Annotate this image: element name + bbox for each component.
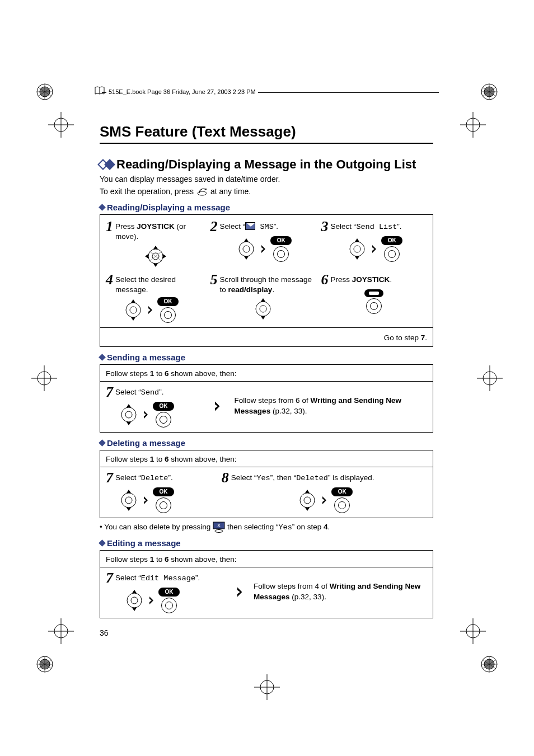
joystick-updown-icon — [235, 237, 258, 261]
svg-marker-59 — [261, 245, 265, 253]
send7-b: ”. — [159, 388, 163, 396]
book-icon — [94, 85, 105, 96]
page-number: 36 — [100, 628, 433, 637]
ok-button-icon: OK — [270, 236, 292, 262]
arrow-right-icon — [149, 597, 155, 604]
reading-steps-box: 1 Press JOYSTICK (or move). 2 Select “ S… — [100, 214, 433, 347]
svg-marker-88 — [305, 508, 310, 511]
sub-editing-text: Editing a message — [107, 538, 181, 548]
del8-c: ” is displayed. — [328, 473, 374, 482]
svg-point-80 — [121, 493, 136, 508]
step5-c: . — [272, 285, 274, 294]
svg-point-55 — [239, 242, 254, 256]
intro-2a: To exit the operation, press — [100, 187, 196, 196]
running-header: 515E_E.book Page 36 Friday, June 27, 200… — [106, 88, 258, 95]
crosshair-mr — [477, 365, 503, 391]
del7-a: Select “ — [115, 473, 141, 482]
step6-b: JOYSTICK — [352, 275, 390, 284]
svg-marker-62 — [355, 238, 359, 242]
step-1: 1 Press JOYSTICK (or move). — [106, 219, 205, 242]
svg-marker-82 — [127, 490, 131, 493]
svg-point-75 — [125, 411, 132, 418]
ok-label: OK — [270, 236, 292, 245]
page-title: SMS Feature (Text Message) — [100, 123, 433, 144]
joystick-updown-icon — [117, 489, 140, 512]
svg-point-65 — [126, 303, 140, 317]
svg-marker-77 — [127, 422, 131, 425]
svg-marker-97 — [149, 597, 153, 604]
sub-sending-text: Sending a message — [107, 353, 185, 362]
svg-marker-53 — [145, 254, 148, 259]
step-number: 2 — [210, 219, 218, 234]
step5-b: read/display — [228, 285, 273, 294]
edit7-mono: Edit Message — [141, 574, 195, 583]
arrow-right-icon — [148, 306, 154, 314]
step-2: 2 Select “ SMS”. — [210, 219, 316, 234]
intro-line-2: To exit the operation, press at any time… — [100, 186, 433, 198]
ok-button-icon: OK — [158, 588, 180, 613]
register-mark-tl — [35, 82, 55, 102]
ok-label: OK — [157, 297, 179, 306]
step-number: 7 — [106, 571, 113, 585]
joystick-updown-icon — [117, 403, 140, 426]
step6-c: . — [390, 275, 392, 284]
step2-a: Select “ — [220, 222, 246, 231]
arrow-right-icon — [237, 587, 244, 597]
step-6: 6 Press JOYSTICK. — [321, 273, 427, 287]
crosshair-br — [460, 618, 486, 644]
step2-b: ”. — [274, 222, 278, 231]
svg-point-81 — [125, 497, 132, 504]
send7-mono: Send — [141, 388, 159, 397]
del8-yes: Yes — [256, 474, 270, 482]
svg-marker-78 — [144, 411, 148, 419]
register-mark-br — [479, 654, 499, 674]
joystick-updown-icon — [121, 298, 145, 322]
ok-button-icon: OK — [331, 487, 353, 513]
diamond-bullet-icon — [100, 161, 113, 168]
ok-button-icon: OK — [153, 487, 174, 513]
svg-marker-69 — [148, 306, 152, 314]
diamond-small-icon — [99, 204, 106, 211]
send-reference: Follow steps from 6 of Writing and Sendi… — [235, 396, 427, 417]
step3-a: Select “ — [331, 222, 357, 231]
step2-sms: SMS — [255, 223, 273, 231]
svg-point-56 — [243, 246, 250, 252]
editing-box: Follow steps 1 to 6 shown above, then: 7… — [100, 550, 433, 618]
crosshair-ml — [31, 365, 57, 391]
del7-mono: Delete — [141, 474, 168, 482]
section-heading: Reading/Displaying a Message in the Outg… — [100, 157, 433, 172]
svg-point-93 — [127, 593, 142, 608]
svg-marker-54 — [163, 254, 166, 259]
diamond-small-icon — [99, 439, 106, 447]
svg-point-74 — [121, 407, 136, 422]
goto-c: . — [425, 334, 427, 342]
crosshair-tr — [460, 112, 486, 138]
step3-b: ”. — [397, 222, 401, 231]
step-number: 1 — [106, 219, 113, 234]
step-7-send: 7 Select “Send”. — [106, 385, 202, 400]
crosshair-bc — [254, 674, 280, 700]
arrow-right-icon — [215, 401, 222, 411]
svg-marker-72 — [261, 298, 265, 302]
crosshair-bl — [48, 618, 74, 644]
svg-point-61 — [354, 246, 360, 252]
step-7-delete: 7 Select “Delete”. — [106, 471, 209, 485]
x-key-icon: X — [213, 522, 225, 533]
sub-deleting-text: Deleting a message — [107, 438, 185, 448]
edit-reference: Follow steps from 4 of Writing and Sendi… — [254, 581, 427, 603]
arrow-right-icon — [322, 496, 328, 504]
edit7-b: ”. — [195, 574, 200, 582]
svg-marker-98 — [237, 588, 242, 597]
svg-marker-89 — [322, 496, 326, 504]
ok-label: OK — [153, 402, 174, 411]
sms-envelope-icon — [245, 222, 255, 230]
svg-marker-83 — [127, 508, 131, 511]
step4-text: Select the desired message. — [115, 273, 205, 295]
svg-marker-58 — [244, 256, 249, 260]
svg-marker-67 — [131, 299, 135, 303]
step-number: 5 — [210, 273, 218, 287]
svg-point-48 — [199, 191, 200, 192]
svg-point-92 — [215, 530, 223, 533]
sub-reading: Reading/Displaying a message — [100, 203, 433, 212]
step3-mono: Send List — [356, 223, 397, 231]
